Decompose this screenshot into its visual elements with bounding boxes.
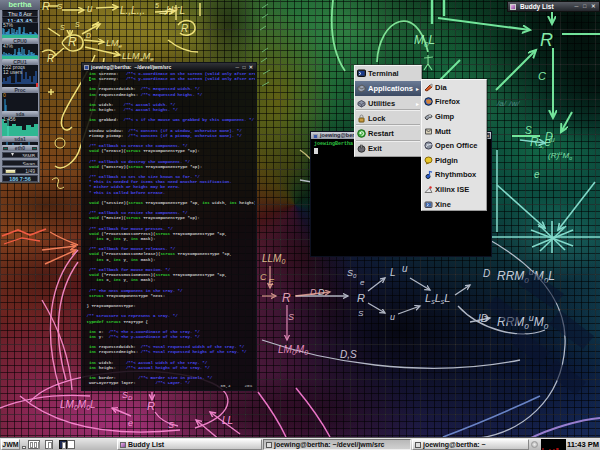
svg-text:D,S: D,S	[340, 349, 357, 360]
svg-text:LLMaMe: LLMaMe	[122, 51, 154, 62]
svg-text:S: S	[57, 2, 63, 11]
svg-text:L.,L.,.: L.,L.,.	[120, 5, 145, 16]
svg-text:D: D	[483, 268, 490, 279]
svg-text:D: D	[86, 32, 91, 39]
svg-text:M0L: M0L	[414, 33, 435, 49]
svg-text:R: R	[42, 0, 50, 12]
svg-text:e: e	[128, 418, 133, 428]
svg-text:C: C	[260, 272, 267, 282]
svg-text:u: u	[390, 312, 395, 322]
svg-text:R: R	[282, 291, 291, 305]
svg-text:LM0M0: LM0M0	[278, 344, 308, 356]
svg-text:R: R	[47, 53, 54, 64]
svg-text:R: R	[181, 23, 188, 34]
svg-text:R: R	[68, 35, 77, 49]
svg-text:(R)uMo: (R)uMo	[548, 150, 572, 161]
svg-text:e: e	[360, 278, 365, 287]
svg-text:L: L	[390, 267, 396, 278]
svg-text:R: R	[147, 400, 155, 412]
svg-text:SD: SD	[122, 390, 133, 401]
svg-text:R: R	[357, 292, 365, 304]
svg-text:C: C	[538, 70, 546, 82]
svg-text:/a//w/: /a//w/	[496, 99, 520, 108]
svg-text:E: E	[268, 277, 275, 287]
svg-text:S: S	[75, 21, 80, 28]
svg-text:S: S	[358, 309, 364, 318]
svg-text:LsLsL: LsLsL	[425, 292, 450, 305]
svg-text:e: e	[534, 169, 540, 180]
svg-text:u: u	[87, 3, 93, 14]
svg-text:S: S	[288, 312, 294, 322]
svg-text:D: D	[310, 287, 317, 297]
svg-text:S0: S0	[347, 268, 357, 279]
svg-text:S: S	[60, 24, 65, 31]
svg-text:LM0M0L: LM0M0L	[60, 399, 96, 411]
svg-text:LMe: LMe	[106, 38, 123, 49]
svg-text:LLM0: LLM0	[262, 253, 285, 265]
svg-text:u: u	[402, 263, 408, 274]
svg-text:R: R	[540, 30, 553, 50]
